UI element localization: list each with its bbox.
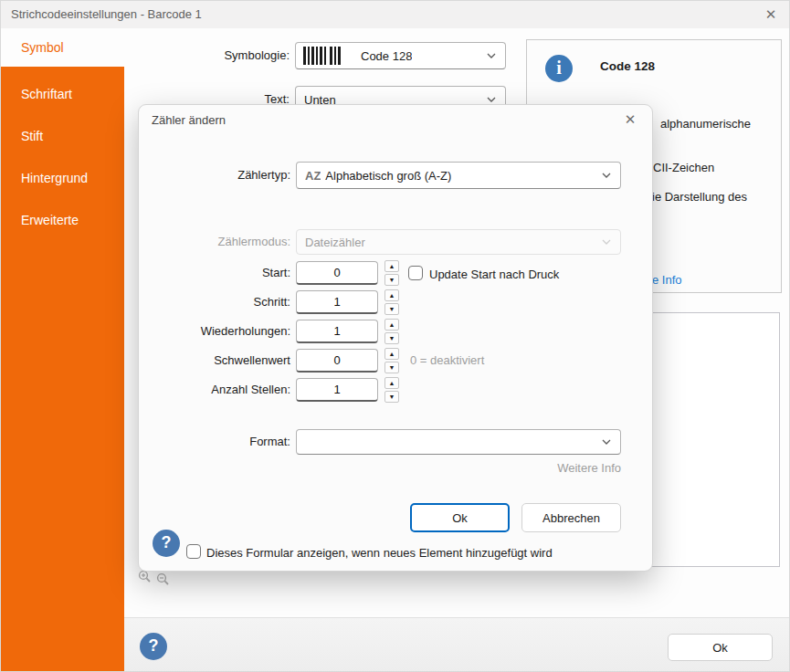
sidebar-item-label: Symbol <box>21 40 64 55</box>
format-select[interactable] <box>296 429 621 455</box>
start-input[interactable] <box>296 261 378 285</box>
spinner-down-icon[interactable]: ▼ <box>384 332 399 344</box>
spinner-down-icon[interactable]: ▼ <box>384 362 399 373</box>
chevron-down-icon <box>601 236 612 247</box>
sidebar-item-label: Stift <box>21 129 43 143</box>
symbology-label: Symbologie: <box>165 42 290 69</box>
help-icon[interactable]: ? <box>153 530 180 557</box>
format-label: Format: <box>157 429 290 455</box>
threshold-stepper: ▲ ▼ <box>384 348 399 373</box>
sidebar-item-label: Hintergrund <box>21 171 88 185</box>
start-label: Start: <box>157 261 290 285</box>
repetitions-input[interactable] <box>296 320 378 343</box>
counter-mode-select: Dateizähler <box>296 229 621 255</box>
show-form-checkbox[interactable] <box>186 544 201 559</box>
dialog-ok-button[interactable]: Ok <box>410 503 510 532</box>
sidebar-item-erweiterte[interactable]: Erweiterte <box>1 205 124 247</box>
title-bar: Strichcodeeinstellungen - Barcode 1 ✕ <box>1 1 790 28</box>
info-text-fragment: ie Darstellung des <box>652 190 747 204</box>
show-form-checkbox-label: Dieses Formular anzeigen, wenn neues Ele… <box>206 546 553 560</box>
window-title: Strichcodeeinstellungen - Barcode 1 <box>11 7 202 21</box>
sidebar-orange-block: Schriftart Stift Hintergrund Erweiterte <box>1 67 124 672</box>
spinner-up-icon[interactable]: ▲ <box>384 319 399 331</box>
sidebar-item-schriftart[interactable]: Schriftart <box>1 79 124 121</box>
dialog-cancel-button[interactable]: Abbrechen <box>521 503 621 532</box>
counter-mode-value: Dateizähler <box>297 236 365 249</box>
sidebar-item-stift[interactable]: Stift <box>1 121 124 163</box>
chevron-down-icon <box>601 170 612 181</box>
help-icon[interactable]: ? <box>140 633 167 660</box>
spinner-down-icon[interactable]: ▼ <box>384 274 399 286</box>
info-panel-title: Code 128 <box>600 59 655 73</box>
spinner-up-icon[interactable]: ▲ <box>384 260 399 272</box>
counter-type-value: Alphabetisch groß (A-Z) <box>321 169 451 183</box>
window-footer: ? Ok <box>124 617 790 672</box>
symbology-select[interactable]: Code 128 <box>295 42 506 69</box>
barcode-icon <box>303 47 343 65</box>
sidebar-item-label: Schriftart <box>21 87 72 101</box>
zoom-out-icon[interactable] <box>156 572 170 590</box>
step-stepper: ▲ ▼ <box>384 289 399 315</box>
spinner-up-icon[interactable]: ▲ <box>384 348 399 360</box>
step-input[interactable] <box>296 290 378 314</box>
info-text-fragment: alphanumerische <box>660 117 751 131</box>
update-start-checkbox[interactable] <box>408 266 423 280</box>
sidebar-item-symbol[interactable]: Symbol <box>1 28 124 67</box>
threshold-input[interactable] <box>296 349 378 373</box>
repetitions-stepper: ▲ ▼ <box>384 319 399 344</box>
counter-type-label: Zählertyp: <box>157 162 290 189</box>
spinner-down-icon[interactable]: ▼ <box>384 391 399 403</box>
counter-edit-dialog: Zähler ändern ✕ Zählertyp: AZ Alphabetis… <box>138 104 653 572</box>
info-icon: i <box>545 55 573 82</box>
threshold-hint: 0 = deaktiviert <box>410 353 484 367</box>
chevron-down-icon <box>601 436 612 447</box>
info-text-fragment: CII-Zeichen <box>653 161 714 174</box>
window-close-icon[interactable]: ✕ <box>762 5 780 24</box>
digit-count-input[interactable] <box>296 378 378 402</box>
threshold-label: Schwellenwert <box>157 349 290 373</box>
spinner-down-icon[interactable]: ▼ <box>384 303 399 315</box>
counter-mode-label: Zählermodus: <box>157 229 290 255</box>
dialog-title: Zähler ändern <box>152 113 226 127</box>
barcode-settings-window: Strichcodeeinstellungen - Barcode 1 ✕ Sy… <box>0 0 790 672</box>
digit-count-label: Anzahl Stellen: <box>157 378 290 402</box>
sidebar: Symbol Schriftart Stift Hintergrund Erwe… <box>1 28 124 672</box>
window-ok-button[interactable]: Ok <box>668 634 773 661</box>
dialog-close-icon[interactable]: ✕ <box>621 110 639 129</box>
spinner-up-icon[interactable]: ▲ <box>384 289 399 301</box>
more-info-link[interactable]: e Info <box>652 273 682 287</box>
update-start-checkbox-label: Update Start nach Druck <box>429 268 559 281</box>
digit-count-stepper: ▲ ▼ <box>384 377 399 403</box>
zoom-in-icon[interactable] <box>138 570 152 587</box>
symbology-value: Code 128 <box>353 49 412 63</box>
start-stepper: ▲ ▼ <box>384 260 399 286</box>
sidebar-item-hintergrund[interactable]: Hintergrund <box>1 163 124 205</box>
sidebar-item-label: Erweiterte <box>21 213 79 227</box>
repetitions-label: Wiederholungen: <box>157 320 290 343</box>
spinner-up-icon[interactable]: ▲ <box>384 377 399 389</box>
counter-type-prefix: AZ <box>297 169 321 183</box>
step-label: Schritt: <box>157 290 290 314</box>
format-more-info-text: Weitere Info <box>440 461 621 475</box>
chevron-down-icon <box>486 50 497 61</box>
counter-type-select[interactable]: AZ Alphabetisch groß (A-Z) <box>296 162 621 189</box>
